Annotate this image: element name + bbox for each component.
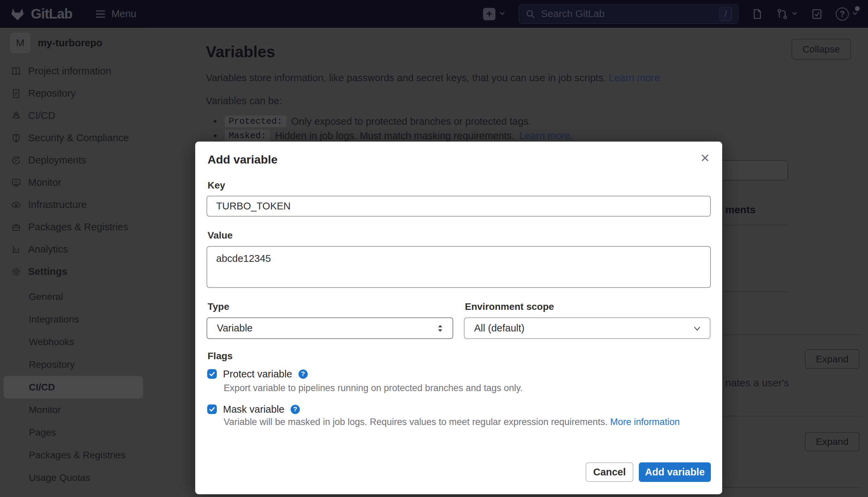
value-label: Value xyxy=(208,230,233,241)
bullet-masked-text: Hidden in job logs. Must match masking r… xyxy=(275,130,515,142)
mask-variable-checkbox[interactable] xyxy=(207,404,217,414)
sidebar-item-label: Settings xyxy=(28,266,67,277)
bullet-protected: Protected: Only exposed to protected bra… xyxy=(206,114,851,129)
partial-section-text: nates a user's xyxy=(725,377,789,389)
sidebar-item-monitor[interactable]: Monitor xyxy=(0,171,146,194)
masked-code-chip: Masked: xyxy=(225,130,270,142)
sidebar-subitem-label: Integrations xyxy=(29,314,79,325)
add-variable-submit-button[interactable]: Add variable xyxy=(639,462,711,482)
chevron-down-icon xyxy=(499,10,506,18)
plus-icon: + xyxy=(483,8,495,20)
chart-icon xyxy=(11,244,21,255)
cloud-gear-icon xyxy=(11,200,21,210)
question-icon[interactable]: ? xyxy=(298,369,308,379)
sidebar-item-analytics[interactable]: Analytics xyxy=(0,238,146,260)
rocket-icon xyxy=(11,111,21,121)
sidebar-item-infrastructure[interactable]: Infrastructure xyxy=(0,194,146,216)
learn-more-link[interactable]: Learn more. xyxy=(609,72,662,83)
gitlab-logo-icon xyxy=(10,7,25,22)
sidebar-item-label: Analytics xyxy=(28,244,68,255)
deploy-arrows-icon xyxy=(11,155,21,166)
docs-icon[interactable] xyxy=(751,8,763,20)
section-divider xyxy=(723,335,862,335)
more-information-link[interactable]: More information xyxy=(610,417,680,427)
sidebar-subitem-monitor[interactable]: Monitor xyxy=(0,399,146,421)
project-home-link[interactable]: M my-turborepo xyxy=(0,28,146,53)
global-search-input[interactable]: Search GitLab / xyxy=(519,4,738,24)
value-input[interactable]: abcde12345 xyxy=(207,246,711,288)
mask-variable-label: Mask variable xyxy=(223,404,284,415)
divider xyxy=(723,225,788,226)
environment-scope-value: All (default) xyxy=(474,323,525,334)
sidebar-item-label: Monitor xyxy=(28,177,61,188)
merge-requests-menu[interactable] xyxy=(776,8,798,20)
project-name: my-turborepo xyxy=(38,37,103,49)
variables-description-text: Variables store information, like passwo… xyxy=(206,72,606,83)
sidebar-subitem-usage-quotas[interactable]: Usage Quotas xyxy=(0,466,146,489)
package-icon xyxy=(11,222,21,232)
sidebar-subitem-general[interactable]: General xyxy=(0,286,146,308)
sidebar-subitem-label: Monitor xyxy=(29,404,61,415)
sidebar-item-deployments[interactable]: Deployments xyxy=(0,149,146,171)
sidebar-item-cicd[interactable]: CI/CD xyxy=(0,105,146,127)
gear-icon xyxy=(11,267,21,277)
protect-variable-checkbox[interactable] xyxy=(207,369,217,379)
environment-scope-label: Environment scope xyxy=(465,301,554,312)
sidebar-subitem-label: Packages & Registries xyxy=(29,450,126,461)
brand-name: GitLab xyxy=(31,6,72,22)
sidebar-subitem-label: Webhooks xyxy=(29,337,74,348)
expand-section-button[interactable]: Expand xyxy=(805,349,859,369)
sidebar-item-repository[interactable]: Repository xyxy=(0,82,146,105)
notification-dot xyxy=(855,6,860,11)
menu-button[interactable]: Menu xyxy=(95,8,137,20)
hamburger-icon xyxy=(95,9,106,19)
expand-section-button[interactable]: Expand xyxy=(805,432,859,451)
sidebar-subitem-label: CI/CD xyxy=(29,382,55,393)
question-icon[interactable]: ? xyxy=(291,405,300,414)
type-select-value: Variable xyxy=(217,323,253,334)
search-placeholder: Search GitLab xyxy=(541,8,714,20)
chevron-down-icon xyxy=(693,324,702,333)
sidebar-item-security-compliance[interactable]: Security & Compliance xyxy=(0,127,146,149)
chevron-down-icon xyxy=(791,10,798,18)
sidebar-subitem-webhooks[interactable]: Webhooks xyxy=(0,331,146,353)
modal-title: Add variable xyxy=(208,153,278,166)
left-sidebar: M my-turborepo Project information Repos… xyxy=(0,28,147,497)
sidebar-item-label: Packages & Registries xyxy=(28,221,128,233)
sidebar-subitem-pages[interactable]: Pages xyxy=(0,421,146,444)
cancel-button[interactable]: Cancel xyxy=(586,462,633,482)
help-menu[interactable]: ? xyxy=(836,8,858,21)
close-icon[interactable]: ✕ xyxy=(697,150,713,166)
variables-description: Variables store information, like passwo… xyxy=(206,72,851,84)
type-label: Type xyxy=(208,301,229,312)
mask-variable-description-text: Variable will be masked in job logs. Req… xyxy=(224,417,608,427)
book-icon xyxy=(11,66,21,76)
sidebar-item-label: Security & Compliance xyxy=(28,132,129,144)
section-divider xyxy=(723,416,862,416)
search-shortcut-badge: / xyxy=(719,7,732,21)
type-select[interactable]: Variable xyxy=(207,317,453,339)
environment-scope-select[interactable]: All (default) xyxy=(464,317,711,339)
collapse-button[interactable]: Collapse xyxy=(791,39,851,60)
key-input[interactable] xyxy=(207,196,711,217)
sidebar-subitem-label: Pages xyxy=(29,427,56,438)
sidebar-subitem-label: Usage Quotas xyxy=(29,472,90,483)
top-navbar: GitLab Menu + Search GitLab / xyxy=(0,0,868,28)
sidebar-subitem-repository[interactable]: Repository xyxy=(0,353,146,376)
todo-icon[interactable] xyxy=(811,8,823,20)
sidebar-subitem-packages-registries[interactable]: Packages & Registries xyxy=(0,444,146,466)
protect-variable-description: Export variable to pipelines running on … xyxy=(224,383,523,394)
sidebar-subitem-cicd-active[interactable]: CI/CD xyxy=(3,376,143,399)
add-variable-modal: Add variable ✕ Key Value abcde12345 Type… xyxy=(195,142,722,494)
learn-more-link[interactable]: Learn more. xyxy=(519,130,573,142)
sidebar-item-label: Repository xyxy=(28,88,76,99)
monitor-icon xyxy=(11,178,21,188)
sidebar-subitem-integrations[interactable]: Integrations xyxy=(0,308,146,331)
sidebar-item-packages-registries[interactable]: Packages & Registries xyxy=(0,216,146,238)
sidebar-item-settings[interactable]: Settings xyxy=(0,260,146,283)
gitlab-home-link[interactable]: GitLab xyxy=(10,6,72,22)
sidebar-item-project-information[interactable]: Project information xyxy=(0,60,146,82)
new-item-menu[interactable]: + xyxy=(483,8,506,20)
divider xyxy=(723,291,788,292)
search-icon xyxy=(525,9,536,19)
